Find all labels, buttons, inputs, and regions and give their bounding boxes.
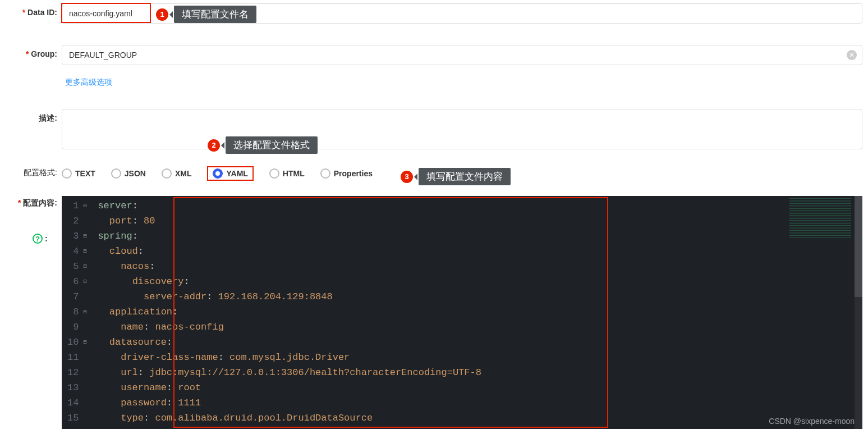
help-icon[interactable]: ?	[33, 234, 43, 244]
format-radio-html[interactable]: HTML	[269, 168, 305, 179]
radio-circle-icon	[111, 168, 121, 179]
group-input[interactable]	[62, 45, 862, 65]
callout-1: 填写配置文件名	[174, 6, 256, 23]
more-options-link[interactable]: 更多高级选项	[62, 72, 862, 93]
radio-circle-icon	[162, 168, 172, 179]
desc-input[interactable]	[62, 109, 862, 149]
badge-1: 1	[156, 8, 168, 21]
format-radio-json[interactable]: JSON	[111, 168, 146, 179]
format-radio-yaml[interactable]: YAML	[207, 166, 253, 181]
format-radio-properties[interactable]: Properties	[320, 168, 373, 179]
desc-label: 描述:	[6, 109, 62, 124]
format-radio-xml[interactable]: XML	[162, 168, 192, 179]
callout-2: 选择配置文件格式	[226, 136, 318, 154]
radio-circle-icon	[269, 168, 279, 179]
data-id-label: *Data ID:	[6, 3, 62, 17]
callout-3: 填写配置文件内容	[419, 168, 511, 185]
radio-circle-icon	[213, 168, 223, 179]
radio-circle-icon	[62, 168, 72, 179]
badge-3: 3	[401, 171, 413, 183]
clear-group-icon[interactable]: ✕	[847, 50, 857, 60]
code-editor[interactable]: 1⊟2 3⊟4⊟5⊟6⊟7 8⊟9 10⊟11 12 13 14 15 serv…	[62, 196, 862, 429]
scrollbar-vertical[interactable]	[855, 196, 862, 429]
badge-2: 2	[208, 139, 220, 152]
content-label: *配置内容:	[6, 196, 62, 208]
highlight-dataid	[61, 3, 151, 23]
format-radio-text[interactable]: TEXT	[62, 168, 95, 179]
watermark: CSDN @sixpence-moon	[769, 417, 855, 426]
group-label: *Group:	[6, 45, 62, 58]
format-label: 配置格式:	[6, 163, 62, 178]
radio-circle-icon	[320, 168, 330, 179]
